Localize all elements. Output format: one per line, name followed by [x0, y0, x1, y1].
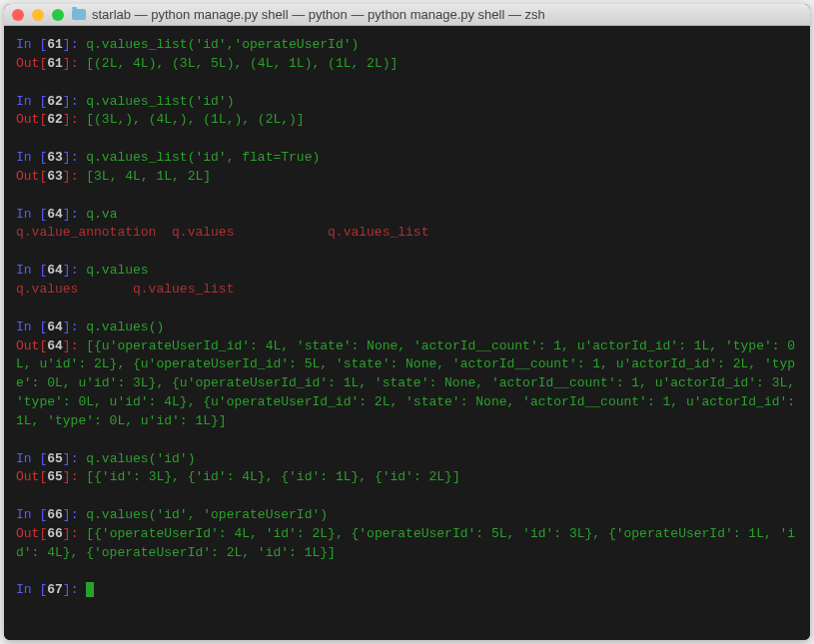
out-prompt-prefix: Out[ — [16, 526, 47, 541]
terminal-line: Out[65]: [{'id': 3L}, {'id': 4L}, {'id':… — [16, 468, 798, 487]
out-prompt-prefix: Out[ — [16, 469, 47, 484]
out-prompt-suffix: ]: — [63, 56, 86, 71]
output-text: [{'operateUserId': 4L, 'id': 2L}, {'oper… — [16, 526, 795, 560]
output-text: [(3L,), (4L,), (1L,), (2L,)] — [86, 112, 304, 127]
in-prompt-prefix: In [ — [16, 94, 47, 109]
maximize-icon[interactable] — [52, 9, 64, 21]
in-prompt-suffix: ]: — [63, 37, 86, 52]
terminal-line — [16, 300, 798, 319]
input-code: q.values() — [86, 320, 164, 334]
in-prompt-suffix: ]: — [63, 207, 86, 222]
out-prompt-prefix: Out[ — [16, 169, 47, 184]
in-prompt-prefix: In [ — [16, 37, 47, 52]
in-prompt-prefix: In [ — [16, 150, 47, 165]
in-prompt-suffix: ]: — [63, 507, 86, 522]
terminal-body[interactable]: In [61]: q.values_list('id','operateUser… — [4, 26, 810, 640]
terminal-line — [16, 563, 798, 582]
prompt-number: 65 — [47, 451, 63, 466]
out-prompt-suffix: ]: — [63, 169, 86, 184]
terminal-line: Out[62]: [(3L,), (4L,), (1L,), (2L,)] — [16, 111, 798, 130]
in-prompt-prefix: In [ — [16, 263, 47, 278]
terminal-line: Out[66]: [{'operateUserId': 4L, 'id': 2L… — [16, 525, 798, 563]
terminal-line: In [61]: q.values_list('id','operateUser… — [16, 36, 798, 55]
prompt-number: 66 — [47, 507, 63, 522]
out-prompt-suffix: ]: — [63, 338, 86, 353]
terminal-line: In [63]: q.values_list('id', flat=True) — [16, 149, 798, 168]
terminal-line: In [64]: q.values — [16, 262, 798, 281]
titlebar[interactable]: starlab — python manage.py shell — pytho… — [4, 4, 810, 26]
in-prompt-prefix: In [ — [16, 582, 47, 597]
output-text: [(2L, 4L), (3L, 5L), (4L, 1L), (1L, 2L)] — [86, 56, 398, 71]
terminal-line: Out[64]: [{u'operateUserId_id': 4L, 'sta… — [16, 337, 798, 431]
in-prompt-prefix: In [ — [16, 451, 47, 466]
in-prompt-prefix: In [ — [16, 207, 47, 222]
window-title: starlab — python manage.py shell — pytho… — [92, 7, 545, 22]
in-prompt-prefix: In [ — [16, 320, 47, 334]
terminal-line: In [66]: q.values('id', 'operateUserId') — [16, 506, 798, 525]
prompt-number: 62 — [47, 94, 63, 109]
folder-icon — [72, 9, 86, 20]
out-prompt-prefix: Out[ — [16, 338, 47, 353]
minimize-icon[interactable] — [32, 9, 44, 21]
terminal-line — [16, 187, 798, 206]
input-code: q.values_list('id','operateUserId') — [86, 37, 359, 52]
out-prompt-suffix: ]: — [63, 526, 86, 541]
prompt-number: 66 — [47, 526, 63, 541]
terminal-line — [16, 431, 798, 450]
input-code: q.values('id') — [86, 451, 195, 466]
cursor — [86, 582, 94, 597]
out-prompt-suffix: ]: — [63, 469, 86, 484]
prompt-number: 61 — [47, 37, 63, 52]
input-code: q.values('id', 'operateUserId') — [86, 507, 328, 522]
terminal-line — [16, 243, 798, 262]
prompt-number: 62 — [47, 112, 63, 127]
output-text: [{'id': 3L}, {'id': 4L}, {'id': 1L}, {'i… — [86, 469, 459, 484]
terminal-line: Out[63]: [3L, 4L, 1L, 2L] — [16, 168, 798, 187]
close-icon[interactable] — [12, 9, 24, 21]
terminal-line: In [64]: q.values() — [16, 319, 798, 337]
out-prompt-prefix: Out[ — [16, 112, 47, 127]
out-prompt-prefix: Out[ — [16, 56, 47, 71]
in-prompt-suffix: ]: — [63, 94, 86, 109]
prompt-number: 64 — [47, 320, 63, 334]
in-prompt-suffix: ]: — [63, 263, 86, 278]
prompt-number: 64 — [47, 207, 63, 222]
terminal-line: In [67]: — [16, 581, 798, 600]
completion-text: q.values q.values_list — [16, 282, 234, 297]
prompt-number: 63 — [47, 169, 63, 184]
output-text: [{u'operateUserId_id': 4L, 'state': None… — [16, 338, 803, 428]
input-code: q.values — [86, 263, 148, 278]
input-code: q.values_list('id', flat=True) — [86, 150, 320, 165]
in-prompt-prefix: In [ — [16, 507, 47, 522]
in-prompt-suffix: ]: — [63, 320, 86, 334]
in-prompt-suffix: ]: — [63, 150, 86, 165]
prompt-number: 64 — [47, 338, 63, 353]
prompt-number: 61 — [47, 56, 63, 71]
out-prompt-suffix: ]: — [63, 112, 86, 127]
prompt-number: 65 — [47, 469, 63, 484]
in-prompt-suffix: ]: — [63, 451, 86, 466]
terminal-line: Out[61]: [(2L, 4L), (3L, 5L), (4L, 1L), … — [16, 55, 798, 74]
prompt-number: 67 — [47, 582, 63, 597]
input-code: q.va — [86, 207, 117, 222]
prompt-number: 63 — [47, 150, 63, 165]
terminal-line — [16, 74, 798, 93]
terminal-line: In [65]: q.values('id') — [16, 450, 798, 469]
terminal-line: q.value_annotation q.values q.values_lis… — [16, 224, 798, 243]
prompt-number: 64 — [47, 263, 63, 278]
terminal-line — [16, 487, 798, 506]
input-code: q.values_list('id') — [86, 94, 234, 109]
terminal-line: In [62]: q.values_list('id') — [16, 93, 798, 112]
terminal-line: q.values q.values_list — [16, 281, 798, 300]
terminal-window: starlab — python manage.py shell — pytho… — [4, 4, 810, 640]
completion-text: q.value_annotation q.values q.values_lis… — [16, 225, 428, 240]
terminal-line: In [64]: q.va — [16, 206, 798, 225]
traffic-lights — [12, 9, 64, 21]
in-prompt-suffix: ]: — [63, 582, 86, 597]
output-text: [3L, 4L, 1L, 2L] — [86, 169, 211, 184]
terminal-line — [16, 130, 798, 149]
